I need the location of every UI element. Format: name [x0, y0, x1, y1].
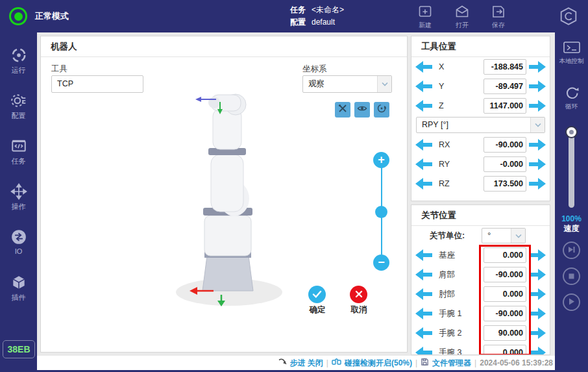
new-task-button[interactable]: 新建 — [407, 4, 443, 30]
sidebar-item-task[interactable]: 任务 — [0, 138, 37, 166]
increment-y-arrow[interactable] — [529, 81, 546, 92]
loop-button[interactable]: 循环 — [555, 84, 588, 111]
joint-base-value[interactable]: 0.000 — [484, 247, 526, 263]
decrement-wrist3-arrow[interactable] — [415, 347, 432, 355]
joint-position-title: 关节位置 — [411, 205, 550, 226]
decrement-z-arrow[interactable] — [415, 100, 432, 112]
increment-rx-arrow[interactable] — [529, 139, 546, 151]
joint-row-wrist1: 手腕 1 -90.000 — [411, 304, 550, 323]
local-control-button[interactable]: 本地控制 — [555, 40, 588, 66]
joint-label: 肩部 — [439, 269, 484, 280]
sidebar-item-io[interactable]: IO — [0, 229, 37, 255]
increment-base-arrow[interactable] — [529, 249, 546, 261]
increment-ry-arrow[interactable] — [529, 158, 546, 170]
increment-z-arrow[interactable] — [529, 100, 546, 112]
sidebar-item-config-label: 配置 — [0, 111, 37, 121]
mode-indicator[interactable]: 正常模式 — [9, 7, 69, 25]
sidebar-item-run-label: 运行 — [0, 66, 37, 75]
speed-slider-handle[interactable] — [565, 126, 578, 138]
axis-ry-value[interactable]: -0.000 — [484, 156, 526, 172]
increment-wrist1-arrow[interactable] — [529, 308, 546, 319]
task-row: 任务<未命名> — [290, 4, 344, 16]
decrement-rx-arrow[interactable] — [415, 139, 432, 151]
status-badge: 38EB — [3, 340, 35, 358]
confirm-button[interactable] — [308, 286, 326, 303]
io-swap-icon — [0, 229, 37, 245]
task-value: <未命名> — [312, 5, 344, 14]
terminal-icon — [555, 40, 588, 56]
increment-shoulder-arrow[interactable] — [529, 269, 546, 280]
stop-icon — [568, 271, 575, 282]
skip-next-icon — [567, 245, 576, 256]
step-mode-status[interactable]: 步进 关闭 — [290, 358, 323, 369]
save-task-button[interactable]: 保存 — [480, 4, 517, 30]
joint-label: 基座 — [439, 250, 484, 261]
decrement-rz-arrow[interactable] — [415, 178, 432, 190]
cancel-label: 取消 — [341, 304, 376, 316]
axis-rx-value[interactable]: -90.000 — [484, 137, 526, 153]
increment-wrist2-arrow[interactable] — [529, 327, 546, 339]
joint-shoulder-value[interactable]: -90.000 — [484, 267, 526, 282]
file-manager-icon — [421, 358, 429, 368]
file-manager-link[interactable]: 文件管理器 — [432, 358, 471, 369]
sidebar-item-plugin[interactable]: 插件 — [0, 274, 37, 303]
joint-elbow-value[interactable]: 0.000 — [484, 286, 526, 302]
save-icon — [480, 4, 517, 19]
decrement-wrist2-arrow[interactable] — [415, 327, 432, 339]
sidebar-item-config[interactable]: 配置 — [0, 92, 37, 121]
joint-wrist1-value[interactable]: -90.000 — [484, 306, 526, 321]
zoom-in-button[interactable]: + — [373, 152, 389, 168]
top-bar: 正常模式 任务<未命名> 配置default 新建 打 — [0, 0, 588, 32]
status-separator: | — [415, 358, 417, 367]
tool-position-panel: 工具位置 X -188.845 Y -89.497 Z 1147.000 RPY… — [411, 36, 550, 201]
joint-unit-select[interactable]: ° — [482, 228, 526, 243]
increment-wrist3-arrow[interactable] — [529, 347, 546, 355]
decrement-ry-arrow[interactable] — [415, 158, 432, 170]
speed-slider-track[interactable] — [569, 131, 574, 208]
sidebar-item-operate[interactable]: 操作 — [0, 183, 37, 212]
check-icon — [312, 289, 322, 301]
decrement-base-arrow[interactable] — [415, 249, 432, 261]
joint-row-wrist3: 手腕 3 0.000 — [411, 343, 550, 355]
play-button[interactable] — [563, 293, 580, 311]
joint-wrist2-value[interactable]: 90.000 — [484, 325, 526, 341]
decrement-x-arrow[interactable] — [415, 61, 432, 73]
zoom-slider-handle[interactable] — [375, 206, 387, 218]
sidebar-item-task-label: 任务 — [0, 156, 37, 166]
decrement-elbow-arrow[interactable] — [415, 288, 432, 300]
code-window-icon — [0, 138, 37, 155]
step-forward-button[interactable] — [563, 242, 580, 259]
confirm-label: 确定 — [300, 304, 335, 316]
joint-label: 肘部 — [439, 289, 484, 300]
increment-x-arrow[interactable] — [529, 61, 546, 73]
decrement-y-arrow[interactable] — [415, 81, 432, 92]
increment-elbow-arrow[interactable] — [529, 288, 546, 300]
right-sidebar: 本地控制 循环 100% 速度 — [555, 32, 588, 372]
decrement-wrist1-arrow[interactable] — [415, 308, 432, 319]
sidebar-item-run[interactable]: 运行 — [0, 47, 37, 75]
axis-rz-value[interactable]: 173.500 — [484, 176, 526, 192]
config-label: 配置 — [290, 18, 306, 27]
local-control-label: 本地控制 — [555, 57, 588, 66]
robot-panel-title: 机器人 — [41, 36, 407, 57]
step-mode-icon — [278, 358, 287, 368]
axis-label: RY — [439, 160, 484, 169]
decrement-shoulder-arrow[interactable] — [415, 269, 432, 280]
task-label: 任务 — [290, 5, 306, 14]
cube-icon — [0, 274, 37, 291]
rotation-format-select[interactable]: RPY [°] — [416, 117, 545, 133]
axis-z-value[interactable]: 1147.000 — [484, 98, 526, 114]
stop-button[interactable] — [563, 267, 580, 285]
zoom-out-button[interactable]: − — [373, 254, 389, 271]
increment-rz-arrow[interactable] — [529, 178, 546, 190]
joint-row-shoulder: 肩部 -90.000 — [411, 265, 550, 284]
axis-x-value[interactable]: -188.845 — [484, 59, 526, 75]
joint-label: 手腕 2 — [439, 328, 484, 339]
cancel-button[interactable] — [350, 286, 367, 303]
axis-y-value[interactable]: -89.497 — [484, 79, 526, 94]
open-task-button[interactable]: 打开 — [444, 4, 480, 30]
collision-detection-status[interactable]: 碰撞检测开启(50%) — [345, 358, 412, 369]
joint-position-panel: 关节位置 关节单位: ° 基座 0.000 肩部 -90.000 肘部 — [411, 205, 550, 355]
config-value: default — [312, 18, 335, 27]
joint-wrist3-value[interactable]: 0.000 — [484, 345, 526, 355]
